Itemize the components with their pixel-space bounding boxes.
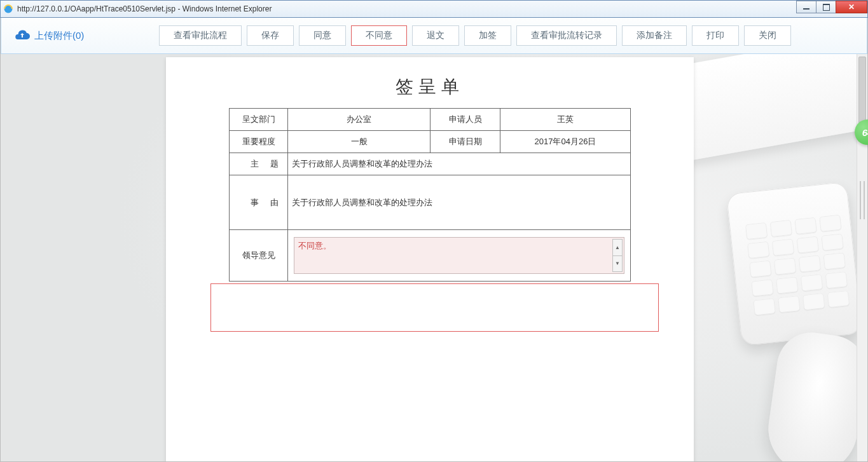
scrollbar-track-mark (860, 181, 865, 219)
opinion-textarea[interactable]: 不同意。 ▲ ▼ (294, 237, 624, 274)
disagree-button[interactable]: 不同意 (351, 25, 407, 46)
upload-attachment-button[interactable]: 上传附件(0) (14, 29, 84, 42)
opinion-text: 不同意。 (298, 241, 331, 250)
window-appname: Windows Internet Explorer (183, 4, 272, 13)
return-button[interactable]: 退文 (412, 25, 459, 46)
view-record-button[interactable]: 查看审批流转记录 (516, 25, 617, 46)
content-area: 签呈单 呈文部门 办公室 申请人员 王英 重要程度 一般 申请日期 2017年0… (1, 54, 867, 461)
label-date: 申请日期 (431, 131, 500, 153)
spinner-up-icon[interactable]: ▲ (613, 240, 622, 256)
spinner-down-icon[interactable]: ▼ (613, 256, 622, 272)
window-titlebar: http://127.0.0.1/OAapp/HtTrace0510Servle… (0, 0, 868, 18)
view-flow-button[interactable]: 查看审批流程 (159, 25, 242, 46)
value-dept: 办公室 (288, 109, 431, 131)
title-sep: - (177, 4, 182, 13)
label-reason: 事由 (230, 175, 288, 230)
window-title: http://127.0.0.1/OAapp/HtTrace0510Servle… (17, 4, 272, 13)
window-url: http://127.0.0.1/OAapp/HtTrace0510Servle… (17, 4, 176, 13)
add-remark-button[interactable]: 添加备注 (622, 25, 687, 46)
label-subject: 主题 (230, 153, 288, 175)
agree-button[interactable]: 同意 (299, 25, 346, 46)
value-priority: 一般 (288, 131, 431, 153)
form-title: 签呈单 (166, 75, 694, 99)
calculator-deco (745, 215, 850, 316)
save-button[interactable]: 保存 (247, 25, 294, 46)
minimize-button[interactable] (796, 1, 816, 13)
label-opinion: 领导意见 (230, 230, 288, 282)
close-window-button[interactable] (836, 1, 867, 13)
badge-text: 64 (862, 127, 868, 138)
vertical-scrollbar[interactable] (857, 54, 867, 461)
ie-icon (3, 4, 13, 14)
close-button[interactable]: 关闭 (744, 25, 791, 46)
value-reason: 关于行政部人员调整和改革的处理办法 (288, 175, 631, 230)
value-applicant: 王英 (500, 109, 631, 131)
form-table: 呈文部门 办公室 申请人员 王英 重要程度 一般 申请日期 2017年04月26… (229, 108, 631, 282)
add-sign-button[interactable]: 加签 (464, 25, 511, 46)
cloud-upload-icon (14, 29, 31, 42)
label-applicant: 申请人员 (431, 109, 500, 131)
form-paper: 签呈单 呈文部门 办公室 申请人员 王英 重要程度 一般 申请日期 2017年0… (166, 57, 694, 461)
upload-label: 上传附件(0) (34, 30, 84, 42)
value-subject: 关于行政部人员调整和改革的处理办法 (288, 153, 631, 175)
value-date: 2017年04月26日 (500, 131, 631, 153)
highlight-box (210, 283, 659, 332)
label-priority: 重要程度 (230, 131, 288, 153)
toolbar: 上传附件(0) 查看审批流程 保存 同意 不同意 退文 加签 查看审批流转记录 … (1, 18, 867, 53)
window-controls (797, 1, 867, 15)
print-button[interactable]: 打印 (692, 25, 739, 46)
app-frame: 上传附件(0) 查看审批流程 保存 同意 不同意 退文 加签 查看审批流转记录 … (0, 18, 868, 462)
label-dept: 呈文部门 (230, 109, 288, 131)
opinion-spinner[interactable]: ▲ ▼ (612, 239, 623, 272)
scrollbar-thumb[interactable] (858, 57, 866, 126)
maximize-button[interactable] (816, 1, 836, 13)
